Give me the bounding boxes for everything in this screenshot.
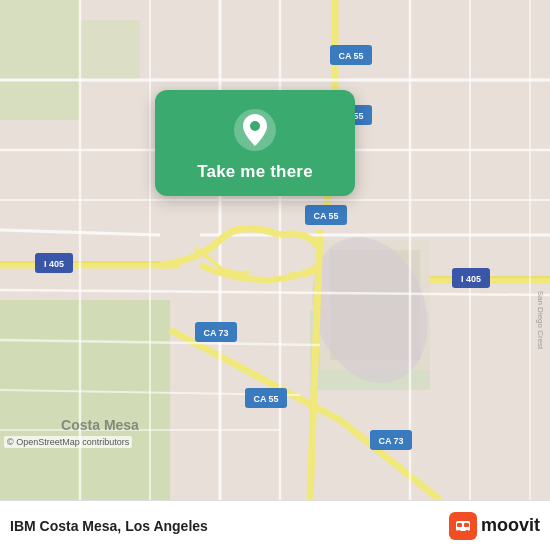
osm-attribution: © OpenStreetMap contributors <box>4 436 132 448</box>
svg-text:I 405: I 405 <box>44 259 64 269</box>
svg-point-59 <box>465 530 469 534</box>
svg-rect-56 <box>457 523 462 527</box>
location-name: IBM Costa Mesa, Los Angeles <box>10 518 208 534</box>
svg-text:CA 55: CA 55 <box>253 394 278 404</box>
svg-text:Costa Mesa: Costa Mesa <box>61 417 139 433</box>
moovit-logo: moovit <box>449 512 540 540</box>
take-me-there-card[interactable]: Take me there <box>155 90 355 196</box>
moovit-app-icon <box>449 512 477 540</box>
svg-text:CA 55: CA 55 <box>313 211 338 221</box>
svg-text:San Diego Crest: San Diego Crest <box>536 291 545 350</box>
svg-rect-2 <box>0 0 80 120</box>
svg-text:CA 73: CA 73 <box>203 328 228 338</box>
moovit-logo-text: moovit <box>481 515 540 536</box>
svg-text:CA 55: CA 55 <box>338 51 363 61</box>
location-info: IBM Costa Mesa, Los Angeles <box>10 518 208 534</box>
location-pin-icon <box>233 108 277 152</box>
svg-text:CA 73: CA 73 <box>378 436 403 446</box>
svg-rect-57 <box>464 523 469 527</box>
map-container: CA 55 CA 55 CA 55 I 405 I 405 CA 73 CA 7… <box>0 0 550 500</box>
svg-point-52 <box>250 121 260 131</box>
bottom-bar: IBM Costa Mesa, Los Angeles moovit <box>0 500 550 550</box>
svg-rect-1 <box>0 300 170 500</box>
svg-rect-3 <box>80 20 140 80</box>
take-me-there-button[interactable]: Take me there <box>197 162 313 182</box>
svg-text:I 405: I 405 <box>461 274 481 284</box>
svg-point-58 <box>457 530 461 534</box>
